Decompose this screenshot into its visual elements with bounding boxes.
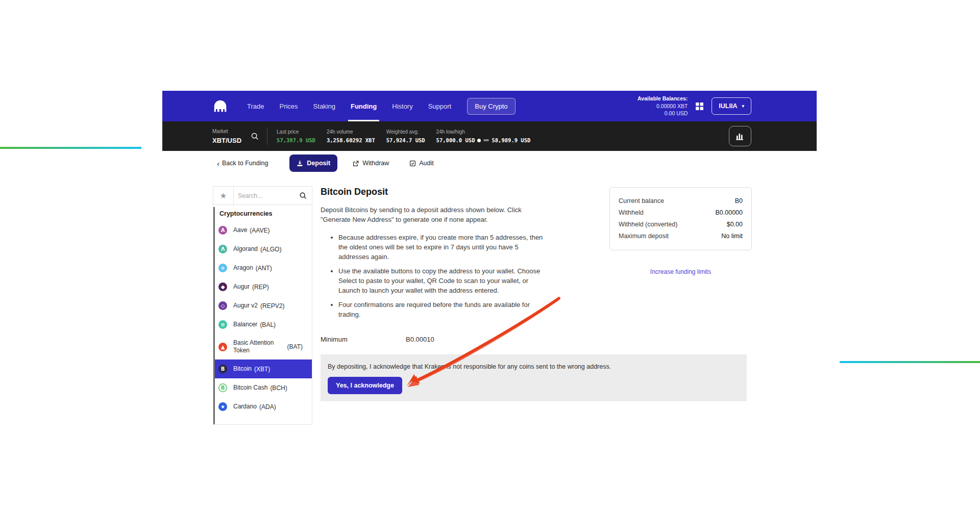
acknowledgment-text: By depositing, I acknowledge that Kraken… <box>328 363 740 370</box>
balance-usd: 0.00 USD <box>638 110 688 117</box>
increase-funding-limits-link[interactable]: Increase funding limits <box>609 268 752 275</box>
kraken-app: Trade Prices Staking Funding History Sup… <box>162 91 817 514</box>
cardano-icon: ★ <box>218 402 227 411</box>
coin-cardano[interactable]: ★ Cardano (ADA) <box>213 397 312 416</box>
minimum-label: Minimum <box>321 336 406 343</box>
stat-volume: 24h volume 3,258.60292 XBT <box>327 129 375 143</box>
sidebar-scrollbar[interactable] <box>213 207 215 424</box>
algorand-icon: Λ <box>218 245 227 253</box>
bat-icon: ▲ <box>218 343 227 351</box>
range-dash-icon <box>483 139 489 141</box>
low-value: 57,000.0 USD <box>436 137 475 143</box>
buy-crypto-button[interactable]: Buy Crypto <box>467 98 515 115</box>
coin-basic-attention-token[interactable]: ▲ Basic Attention Token (BAT) <box>213 334 312 359</box>
asset-sidebar: ★ Cryptocurrencies A Aave (AAVE) <box>213 186 312 425</box>
nav-links: Trade Prices Staking Funding History Sup… <box>239 91 459 121</box>
nav-item-trade[interactable]: Trade <box>239 91 272 121</box>
market-label: Market <box>212 128 241 134</box>
content-area: ‹ Back to Funding Deposit Withdraw <box>162 151 817 514</box>
available-balances: Available Balances: 0.00000 XBT 0.00 USD <box>638 95 688 117</box>
balance-card: Current balance B0 Withheld B0.00000 Wit… <box>609 187 752 250</box>
coin-bitcoin-cash[interactable]: B Bitcoin Cash (BCH) <box>213 378 312 397</box>
funding-tabs: ‹ Back to Funding Deposit Withdraw <box>217 154 434 172</box>
stat-low-high: 24h low/high 57,000.0 USD 58,989.9 USD <box>436 129 531 143</box>
card-row-withheld: Withheld B0.00000 <box>619 207 743 219</box>
stat-last-price: Last price 57,397.9 USD <box>277 129 315 143</box>
market-search-icon[interactable] <box>251 132 259 140</box>
decorative-gradient-line-left <box>0 147 141 149</box>
balance-xbt: 0.00000 XBT <box>638 102 688 110</box>
chevron-down-icon: ▾ <box>742 104 744 109</box>
high-value: 58,989.9 USD <box>492 137 530 143</box>
coin-aave[interactable]: A Aave (AAVE) <box>213 221 312 240</box>
coin-algorand[interactable]: Λ Algorand (ALGO) <box>213 240 312 259</box>
deposit-intro: Deposit Bitcoins by sending to a deposit… <box>321 205 540 224</box>
cryptocurrencies-header: Cryptocurrencies <box>219 210 306 217</box>
asset-search-row: ★ <box>213 187 312 205</box>
acknowledge-button[interactable]: Yes, I acknowledge <box>328 377 402 394</box>
volume-value: 3,258.60292 XBT <box>327 137 375 143</box>
coin-balancer[interactable]: ≡ Balancer (BAL) <box>213 315 312 334</box>
instruction-item: Because addresses expire, if you create … <box>338 233 550 262</box>
coin-list: A Aave (AAVE) Λ Algorand (ALGO) ∩ Aragon… <box>213 221 312 416</box>
tab-audit[interactable]: Audit <box>409 160 434 167</box>
favorites-star-icon[interactable]: ★ <box>213 187 234 204</box>
deposit-main: Bitcoin Deposit Deposit Bitcoins by send… <box>321 187 564 343</box>
coin-bitcoin-selected[interactable]: B Bitcoin (XBT) <box>213 359 312 378</box>
asset-search-input[interactable] <box>234 192 299 199</box>
tab-deposit[interactable]: Deposit <box>289 155 337 172</box>
back-to-funding-link[interactable]: ‹ Back to Funding <box>217 160 268 167</box>
balancer-icon: ≡ <box>218 320 227 329</box>
card-row-withheld-converted: Withheld (converted) $0.00 <box>619 219 743 230</box>
coin-augur-v2[interactable]: ◇ Augur v2 (REPV2) <box>213 296 312 315</box>
augur-icon: ◆ <box>218 282 227 291</box>
market-ticker-bar: Market XBT/USD Last price 57,397.9 USD 2… <box>162 121 817 151</box>
aragon-icon: ∩ <box>218 264 227 272</box>
apps-grid-icon[interactable] <box>695 102 704 111</box>
acknowledgment-box: By depositing, I acknowledge that Kraken… <box>321 354 747 401</box>
user-menu-button[interactable]: IULIIA ▾ <box>712 97 751 115</box>
bitcoin-icon: B <box>218 365 227 373</box>
page: Trade Prices Staking Funding History Sup… <box>0 0 980 514</box>
nav-item-support[interactable]: Support <box>421 91 459 121</box>
search-icon[interactable] <box>299 192 312 199</box>
coin-augur[interactable]: ◆ Augur (REP) <box>213 277 312 296</box>
card-row-current-balance: Current balance B0 <box>619 195 743 207</box>
withdraw-external-icon <box>353 160 359 167</box>
nav-item-prices[interactable]: Prices <box>272 91 305 121</box>
card-row-maximum-deposit: Maximum deposit No limit <box>619 230 743 242</box>
coin-aragon[interactable]: ∩ Aragon (ANT) <box>213 259 312 277</box>
aave-icon: A <box>218 226 227 235</box>
nav-item-staking[interactable]: Staking <box>306 91 343 121</box>
page-title: Bitcoin Deposit <box>321 187 564 197</box>
bar-chart-icon <box>735 132 745 141</box>
range-dot-icon <box>477 139 481 142</box>
market-pair[interactable]: Market XBT/USD <box>212 128 241 144</box>
augur-v2-icon: ◇ <box>218 301 227 310</box>
top-nav: Trade Prices Staking Funding History Sup… <box>162 91 817 121</box>
tab-withdraw[interactable]: Withdraw <box>353 160 389 167</box>
deposit-instructions: Because addresses expire, if you create … <box>321 233 550 319</box>
last-price-value: 57,397.9 USD <box>277 137 315 143</box>
audit-checkbox-icon <box>409 160 416 167</box>
minimum-value: B0.00010 <box>406 336 434 343</box>
balances-title: Available Balances: <box>638 95 688 102</box>
kraken-logo-icon[interactable] <box>213 99 227 113</box>
stat-weighted-avg: Weighted avg. 57,924.7 USD <box>386 129 425 143</box>
nav-item-history[interactable]: History <box>384 91 420 121</box>
nav-right: Available Balances: 0.00000 XBT 0.00 USD… <box>638 95 751 117</box>
instruction-item: Use the available buttons to copy the ad… <box>338 266 550 295</box>
user-name: IULIIA <box>719 102 737 110</box>
instruction-item: Four confirmations are required before t… <box>338 300 550 319</box>
weighted-avg-value: 57,924.7 USD <box>386 137 425 143</box>
chart-toggle-button[interactable] <box>729 126 751 146</box>
nav-item-funding[interactable]: Funding <box>343 91 384 121</box>
chevron-left-icon: ‹ <box>217 160 219 167</box>
decorative-gradient-line-right <box>840 361 980 363</box>
bitcoin-cash-icon: B <box>218 383 227 392</box>
deposit-download-icon <box>297 160 303 167</box>
divider <box>267 127 267 145</box>
pair-value: XBT/USD <box>212 137 241 144</box>
minimum-row: Minimum B0.00010 <box>321 336 564 343</box>
